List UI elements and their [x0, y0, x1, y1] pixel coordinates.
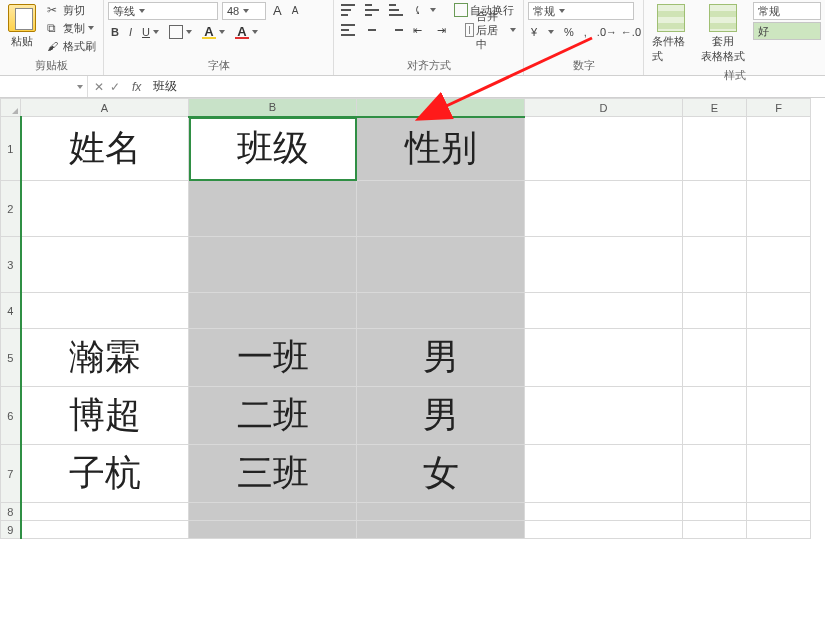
cell-E8[interactable]: [683, 503, 747, 521]
cell-C4[interactable]: [357, 293, 525, 329]
cell-B5[interactable]: 一班: [189, 329, 357, 387]
name-box[interactable]: [0, 76, 88, 97]
font-size-combo[interactable]: 48: [222, 2, 266, 20]
align-left-button[interactable]: [338, 22, 358, 38]
row-header-8[interactable]: 8: [1, 503, 21, 521]
cell-A4[interactable]: [21, 293, 189, 329]
cell-D4[interactable]: [525, 293, 683, 329]
align-center-button[interactable]: [362, 22, 382, 38]
row-header-1[interactable]: 1: [1, 117, 21, 181]
cell-D6[interactable]: [525, 387, 683, 445]
cell-D3[interactable]: [525, 237, 683, 293]
cell-A3[interactable]: [21, 237, 189, 293]
cell-A6[interactable]: 博超: [21, 387, 189, 445]
cell-A5[interactable]: 瀚霖: [21, 329, 189, 387]
col-header-F[interactable]: F: [747, 99, 811, 117]
cell-E6[interactable]: [683, 387, 747, 445]
col-header-A[interactable]: A: [21, 99, 189, 117]
inc-indent-button[interactable]: ⇥: [434, 22, 454, 38]
cut-button[interactable]: 剪切: [44, 2, 99, 18]
cell-C7[interactable]: 女: [357, 445, 525, 503]
cell-C6[interactable]: 男: [357, 387, 525, 445]
cell-F5[interactable]: [747, 329, 811, 387]
inc-decimal-button[interactable]: .0→: [594, 24, 614, 40]
cell-B2[interactable]: [189, 181, 357, 237]
row-header-4[interactable]: 4: [1, 293, 21, 329]
paste-button[interactable]: 粘贴: [4, 2, 40, 51]
enter-formula-icon[interactable]: ✓: [110, 80, 120, 94]
cell-A9[interactable]: [21, 521, 189, 539]
underline-button[interactable]: U: [139, 24, 162, 40]
row-header-3[interactable]: 3: [1, 237, 21, 293]
cell-F2[interactable]: [747, 181, 811, 237]
bold-button[interactable]: B: [108, 24, 122, 40]
cell-C3[interactable]: [357, 237, 525, 293]
cell-A1[interactable]: 姓名: [21, 117, 189, 181]
cell-E4[interactable]: [683, 293, 747, 329]
dec-indent-button[interactable]: ⇤: [410, 22, 430, 38]
number-format-combo[interactable]: 常规: [528, 2, 634, 20]
cell-C5[interactable]: 男: [357, 329, 525, 387]
col-header-B[interactable]: B: [189, 99, 357, 117]
cell-E5[interactable]: [683, 329, 747, 387]
select-all-corner[interactable]: [1, 99, 21, 117]
format-as-table-button[interactable]: 套用 表格格式: [697, 2, 749, 66]
cell-E9[interactable]: [683, 521, 747, 539]
row-header-6[interactable]: 6: [1, 387, 21, 445]
cell-F6[interactable]: [747, 387, 811, 445]
cell-E2[interactable]: [683, 181, 747, 237]
row-header-9[interactable]: 9: [1, 521, 21, 539]
cancel-formula-icon[interactable]: ✕: [94, 80, 104, 94]
fx-label[interactable]: fx: [126, 80, 147, 94]
comma-button[interactable]: ,: [581, 24, 590, 40]
cell-D7[interactable]: [525, 445, 683, 503]
col-header-C[interactable]: C: [357, 99, 525, 117]
cell-A7[interactable]: 子杭: [21, 445, 189, 503]
cell-D9[interactable]: [525, 521, 683, 539]
cell-B4[interactable]: [189, 293, 357, 329]
cell-F1[interactable]: [747, 117, 811, 181]
cell-C8[interactable]: [357, 503, 525, 521]
orientation-button[interactable]: ⤹: [410, 2, 439, 18]
row-header-2[interactable]: 2: [1, 181, 21, 237]
cell-D8[interactable]: [525, 503, 683, 521]
row-header-5[interactable]: 5: [1, 329, 21, 387]
cell-C2[interactable]: [357, 181, 525, 237]
cell-F9[interactable]: [747, 521, 811, 539]
cell-F3[interactable]: [747, 237, 811, 293]
cell-E7[interactable]: [683, 445, 747, 503]
cell-F7[interactable]: [747, 445, 811, 503]
cell-B7[interactable]: 三班: [189, 445, 357, 503]
align-bot-button[interactable]: [386, 2, 406, 18]
cell-D5[interactable]: [525, 329, 683, 387]
cell-F8[interactable]: [747, 503, 811, 521]
italic-button[interactable]: I: [126, 24, 135, 40]
font-color-button[interactable]: A: [232, 24, 261, 40]
cell-E1[interactable]: [683, 117, 747, 181]
cell-style-normal[interactable]: 常规: [753, 2, 821, 20]
increase-font-button[interactable]: A: [270, 3, 285, 19]
cell-E3[interactable]: [683, 237, 747, 293]
cell-B1[interactable]: 班级: [189, 117, 357, 181]
align-right-button[interactable]: [386, 22, 406, 38]
cell-style-good[interactable]: 好: [753, 22, 821, 40]
accounting-format-button[interactable]: ¥: [528, 24, 557, 40]
col-header-D[interactable]: D: [525, 99, 683, 117]
cell-F4[interactable]: [747, 293, 811, 329]
cell-B8[interactable]: [189, 503, 357, 521]
conditional-formatting-button[interactable]: 条件格式: [648, 2, 693, 66]
cell-D1[interactable]: [525, 117, 683, 181]
cell-C1[interactable]: 性别: [357, 117, 525, 181]
dec-decimal-button[interactable]: ←.0: [618, 24, 638, 40]
format-painter-button[interactable]: 格式刷: [44, 38, 99, 54]
col-header-E[interactable]: E: [683, 99, 747, 117]
cell-C9[interactable]: [357, 521, 525, 539]
font-family-combo[interactable]: 等线: [108, 2, 218, 20]
copy-button[interactable]: 复制: [44, 20, 99, 36]
align-top-button[interactable]: [338, 2, 358, 18]
merge-center-button[interactable]: 合并后居中: [462, 22, 519, 38]
cell-B6[interactable]: 二班: [189, 387, 357, 445]
borders-button[interactable]: [166, 24, 195, 40]
cell-A8[interactable]: [21, 503, 189, 521]
cell-B3[interactable]: [189, 237, 357, 293]
